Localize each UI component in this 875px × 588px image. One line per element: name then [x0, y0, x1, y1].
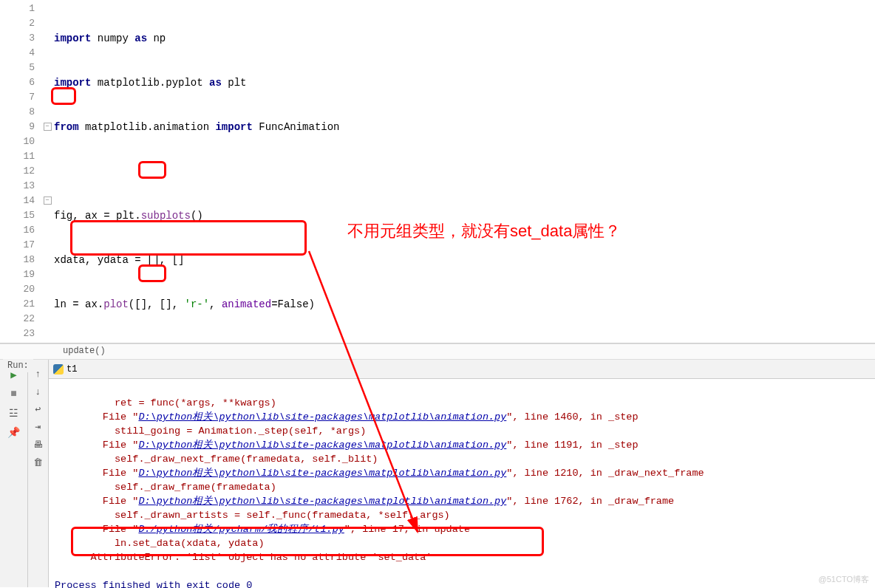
run-pin-icon[interactable]: 📌: [7, 425, 21, 440]
line-number: 5: [0, 61, 35, 75]
line-number: 9: [0, 120, 35, 134]
run-tab[interactable]: t1: [49, 360, 875, 379]
exit-message: Process finished with exit code 0: [55, 580, 252, 588]
traceback-link[interactable]: D:\python相关\python\lib\site-packages\mat…: [138, 440, 506, 451]
annotation-box: [70, 220, 307, 256]
run-panel-label: Run:: [3, 359, 33, 372]
line-number: 23: [0, 327, 35, 341]
run-toolbar-left: ▶ ■ ☳ 📌: [0, 360, 28, 587]
line-number: 15: [0, 208, 35, 223]
traceback-link[interactable]: D:\python相关\python\lib\site-packages\mat…: [138, 468, 506, 479]
trash-icon[interactable]: 🗑: [32, 456, 45, 469]
line-number: 22: [0, 312, 35, 327]
breadcrumb[interactable]: update(): [0, 343, 875, 360]
fold-icon[interactable]: −: [44, 196, 52, 205]
console-output[interactable]: ret = func(*args, **kwargs) File "D:\pyt…: [49, 379, 875, 588]
run-body: t1 ret = func(*args, **kwargs) File "D:\…: [49, 360, 875, 587]
line-number: 1: [0, 1, 35, 16]
line-number: 8: [0, 105, 35, 120]
arrow-down-icon[interactable]: ↓: [32, 385, 45, 398]
run-panel: ▶ ■ ☳ 📌 ↑ ↓ ↩ ⇥ 🖶 🗑 t1 ret = func(*args,…: [0, 360, 875, 587]
print-icon[interactable]: 🖶: [32, 438, 45, 451]
python-icon: [53, 364, 64, 375]
soft-wrap-icon[interactable]: ↩: [32, 403, 45, 416]
scroll-end-icon[interactable]: ⇥: [32, 420, 45, 434]
line-number: 18: [0, 253, 35, 267]
traceback-link[interactable]: D:\python相关\python\lib\site-packages\mat…: [138, 496, 506, 507]
fold-column: − −: [41, 0, 54, 343]
line-number: 11: [0, 149, 35, 164]
line-number: 10: [0, 134, 35, 149]
run-layout-icon[interactable]: ☳: [7, 406, 21, 420]
code-area[interactable]: import numpy as np import matplotlib.pyp…: [54, 0, 875, 343]
line-number: 3: [0, 31, 35, 46]
traceback-link[interactable]: D:\python相关\python\lib\site-packages\mat…: [138, 411, 506, 423]
run-toolbar-left2: ↑ ↓ ↩ ⇥ 🖶 🗑: [28, 360, 49, 587]
line-number: 20: [0, 282, 35, 297]
line-number: 14: [0, 194, 35, 208]
line-number: 2: [0, 16, 35, 31]
line-number: 6: [0, 75, 35, 90]
line-number: 21: [0, 297, 35, 312]
line-number: 7: [0, 90, 35, 105]
run-stop-icon[interactable]: ■: [7, 386, 21, 401]
run-tab-label: t1: [67, 364, 77, 375]
line-gutter: 1 2 3 4 5 6 7 8 9 10 11 12 13 14 15 16 1…: [0, 0, 41, 343]
arrow-up-icon[interactable]: ↑: [32, 367, 45, 380]
line-number: 16: [0, 223, 35, 238]
line-number: 12: [0, 164, 35, 179]
traceback-link[interactable]: D:/python相关/pycharm/我的程序/t1.py: [138, 524, 344, 535]
line-number: 4: [0, 46, 35, 61]
line-number: 13: [0, 179, 35, 194]
editor-area: 1 2 3 4 5 6 7 8 9 10 11 12 13 14 15 16 1…: [0, 0, 875, 343]
line-number: 17: [0, 238, 35, 253]
fold-icon[interactable]: −: [44, 123, 52, 131]
line-number: 19: [0, 267, 35, 282]
